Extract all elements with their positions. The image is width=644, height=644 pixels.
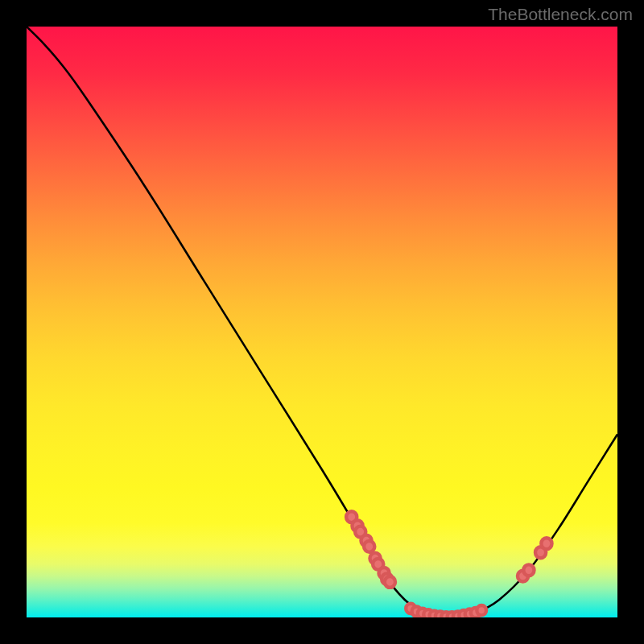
data-point [364, 541, 374, 552]
data-points-bottom [406, 604, 486, 617]
watermark-text: TheBottleneck.com [488, 5, 633, 24]
data-point [477, 605, 486, 615]
data-point [385, 576, 395, 588]
data-points-right [518, 538, 552, 581]
data-points-left [346, 511, 395, 588]
chart-svg [27, 27, 617, 617]
data-point [541, 538, 551, 549]
plot-area [27, 27, 617, 617]
data-point [523, 564, 534, 576]
curve-line [27, 27, 617, 617]
